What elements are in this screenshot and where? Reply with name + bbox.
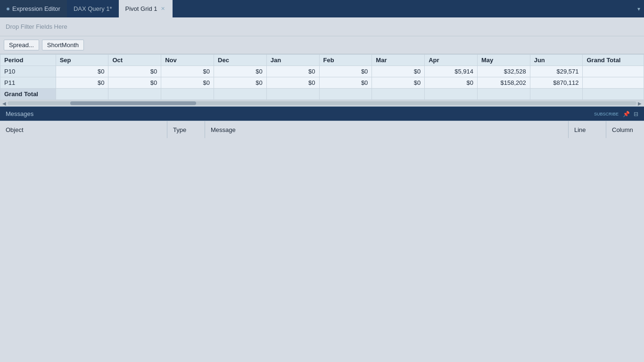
cell-p10-jan: $0 bbox=[266, 66, 319, 77]
cell-p10-may: $32,528 bbox=[477, 66, 530, 77]
cell-p11-jan: $0 bbox=[266, 77, 319, 89]
tab-label-dax-query-1: DAX Query 1* bbox=[74, 5, 112, 12]
cell-p11-apr: $0 bbox=[425, 77, 478, 89]
col-header-mar: Mar bbox=[372, 55, 425, 66]
cell-gt-grand-total bbox=[583, 89, 644, 100]
cell-gt-oct bbox=[108, 89, 161, 100]
messages-title: Messages bbox=[6, 110, 33, 117]
cell-p10-mar: $0 bbox=[372, 66, 425, 77]
tab-dax-query-1[interactable]: DAX Query 1* bbox=[67, 0, 119, 17]
messages-icons: 📌 ⊟ bbox=[623, 111, 638, 117]
messages-table-header: Object Type Message Line Column bbox=[0, 121, 644, 138]
scrollbar-track[interactable] bbox=[8, 101, 636, 105]
scroll-right-arrow[interactable]: ▶ bbox=[636, 101, 643, 106]
messages-col-line: Line bbox=[569, 121, 606, 138]
tab-label-expression-editor: Expression Editor bbox=[12, 5, 60, 12]
cell-gt-may bbox=[477, 89, 530, 100]
cell-gt-feb bbox=[319, 89, 372, 100]
cell-p11-feb: $0 bbox=[319, 77, 372, 89]
messages-header: Messages 📌 ⊟ bbox=[0, 107, 644, 121]
drop-filter-bar: Drop Filter Fields Here bbox=[0, 17, 644, 36]
col-header-may: May bbox=[477, 55, 530, 66]
cell-p10-jun: $29,571 bbox=[530, 66, 583, 77]
table-row: P11 $0 $0 $0 $0 $0 $0 $0 $0 $158,202 $87… bbox=[0, 77, 644, 89]
cell-p11-may: $158,202 bbox=[477, 77, 530, 89]
tab-label-pivot-grid-1: Pivot Grid 1 bbox=[125, 5, 157, 12]
cell-p11-jun: $870,112 bbox=[530, 77, 583, 89]
tab-expression-editor[interactable]: Expression Editor bbox=[0, 0, 67, 17]
row-header-p11: P11 bbox=[0, 77, 56, 89]
messages-col-type: Type bbox=[167, 121, 205, 138]
table-row: P10 $0 $0 $0 $0 $0 $0 $0 $5,914 $32,528 … bbox=[0, 66, 644, 77]
cell-p10-feb: $0 bbox=[319, 66, 372, 77]
scroll-left-arrow[interactable]: ◀ bbox=[1, 101, 8, 106]
col-header-apr: Apr bbox=[425, 55, 478, 66]
cell-p11-oct: $0 bbox=[108, 77, 161, 89]
scrollbar-thumb[interactable] bbox=[70, 101, 196, 105]
col-header-jan: Jan bbox=[266, 55, 319, 66]
messages-pin-icon[interactable]: 📌 bbox=[623, 111, 630, 117]
messages-col-message: Message bbox=[205, 121, 569, 138]
title-bar: Expression Editor DAX Query 1* Pivot Gri… bbox=[0, 0, 644, 17]
cell-gt-mar bbox=[372, 89, 425, 100]
cell-p11-mar: $0 bbox=[372, 77, 425, 89]
col-header-sep: Sep bbox=[56, 55, 108, 66]
tab-overflow-chevron[interactable]: ▾ bbox=[637, 6, 644, 12]
cell-p11-nov: $0 bbox=[161, 77, 214, 89]
cell-p10-dec: $0 bbox=[214, 66, 267, 77]
cell-p10-grand-total bbox=[583, 66, 644, 77]
col-header-jun: Jun bbox=[530, 55, 583, 66]
col-header-feb: Feb bbox=[319, 55, 372, 66]
cell-p10-apr: $5,914 bbox=[425, 66, 478, 77]
cell-gt-dec bbox=[214, 89, 267, 100]
row-header-p10: P10 bbox=[0, 66, 56, 77]
cell-p10-oct: $0 bbox=[108, 66, 161, 77]
row-header-grand-total: Grand Total bbox=[0, 89, 56, 100]
table-row-grand-total: Grand Total bbox=[0, 89, 644, 100]
col-header-oct: Oct bbox=[108, 55, 161, 66]
cell-p11-sep: $0 bbox=[56, 77, 108, 89]
col-header-period: Period bbox=[0, 55, 56, 66]
filter-chips-area: Spread... ShortMonth bbox=[0, 36, 644, 54]
cell-p11-dec: $0 bbox=[214, 77, 267, 89]
cell-gt-jan bbox=[266, 89, 319, 100]
drop-filter-placeholder: Drop Filter Fields Here bbox=[6, 23, 67, 30]
cell-p11-grand-total bbox=[583, 77, 644, 89]
cell-gt-sep bbox=[56, 89, 108, 100]
cell-p10-sep: $0 bbox=[56, 66, 108, 77]
cell-p10-nov: $0 bbox=[161, 66, 214, 77]
col-header-grand-total: Grand Total bbox=[583, 55, 644, 66]
chip-spread[interactable]: Spread... bbox=[4, 40, 39, 50]
cell-gt-nov bbox=[161, 89, 214, 100]
horizontal-scrollbar[interactable]: ◀ ▶ bbox=[0, 100, 644, 107]
cell-gt-jun bbox=[530, 89, 583, 100]
messages-col-object: Object bbox=[0, 121, 167, 138]
col-header-nov: Nov bbox=[161, 55, 214, 66]
cell-gt-apr bbox=[425, 89, 478, 100]
chip-shortmonth[interactable]: ShortMonth bbox=[42, 40, 84, 50]
tab-close-pivot-grid-1[interactable]: ✕ bbox=[160, 5, 166, 12]
messages-expand-icon[interactable]: ⊟ bbox=[634, 111, 638, 117]
tab-pivot-grid-1[interactable]: Pivot Grid 1 ✕ bbox=[119, 0, 173, 17]
col-header-dec: Dec bbox=[214, 55, 267, 66]
pivot-table: Period Sep Oct Nov Dec Jan Feb Mar Apr M… bbox=[0, 54, 644, 100]
messages-panel: Messages 📌 ⊟ Object Type Message Line Co… bbox=[0, 107, 644, 138]
pivot-table-scroll-area[interactable]: Period Sep Oct Nov Dec Jan Feb Mar Apr M… bbox=[0, 54, 644, 100]
tab-dot-expression-editor bbox=[7, 8, 9, 10]
messages-col-column: Column bbox=[606, 121, 644, 138]
